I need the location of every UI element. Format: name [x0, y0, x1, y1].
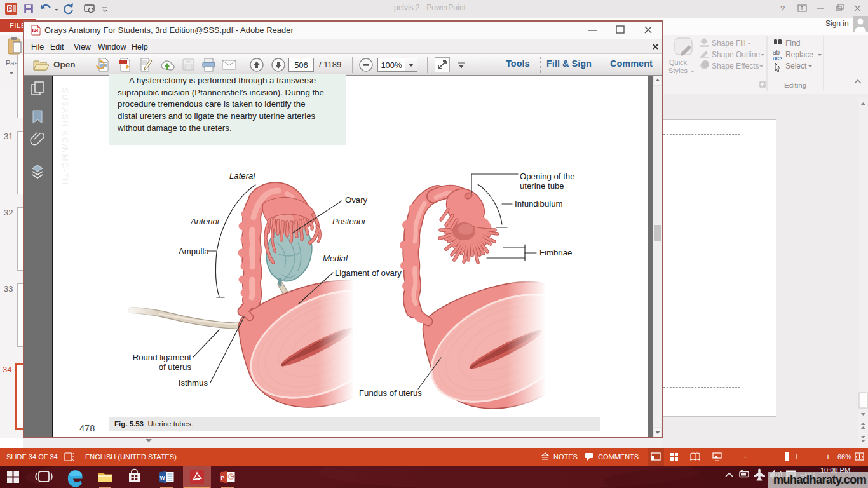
svg-text:Ampulla: Ampulla: [179, 247, 209, 256]
svg-text:Opening of the: Opening of the: [520, 172, 575, 181]
svg-text:Infundibulum: Infundibulum: [515, 199, 563, 208]
svg-text:Shape Fill: Shape Fill: [712, 39, 745, 48]
svg-text:uterine tube: uterine tube: [520, 181, 564, 191]
svg-text:Fimbriae: Fimbriae: [539, 248, 572, 257]
svg-text:Isthmus: Isthmus: [179, 378, 208, 388]
svg-text:Shape Outline: Shape Outline: [712, 50, 760, 59]
svg-text:Quick: Quick: [669, 58, 688, 66]
svg-text:Styles: Styles: [668, 67, 688, 74]
svg-text:Shape Effects: Shape Effects: [712, 62, 759, 71]
svg-text:Ligament of ovary: Ligament of ovary: [335, 268, 402, 278]
svg-text:Select: Select: [785, 62, 807, 71]
svg-text:W: W: [160, 475, 166, 481]
svg-text:P: P: [221, 475, 225, 481]
svg-text:Round ligament: Round ligament: [133, 353, 192, 362]
svg-text:of uterus: of uterus: [159, 362, 192, 372]
svg-text:Posterior: Posterior: [332, 217, 366, 226]
svg-text:Anterior: Anterior: [190, 217, 220, 226]
svg-text:Lateral: Lateral: [229, 171, 255, 180]
svg-text:Editing: Editing: [784, 81, 806, 89]
svg-text:Find: Find: [785, 39, 800, 48]
svg-text:Ovary: Ovary: [345, 195, 368, 205]
svg-text:PDF: PDF: [33, 29, 41, 32]
svg-text:Replace: Replace: [785, 50, 813, 59]
svg-text:Medial: Medial: [323, 254, 348, 263]
svg-text:?: ?: [780, 4, 785, 13]
svg-text:P: P: [8, 5, 12, 13]
svg-text:Fundus of uterus: Fundus of uterus: [359, 388, 422, 398]
svg-text:ac: ac: [773, 55, 780, 62]
